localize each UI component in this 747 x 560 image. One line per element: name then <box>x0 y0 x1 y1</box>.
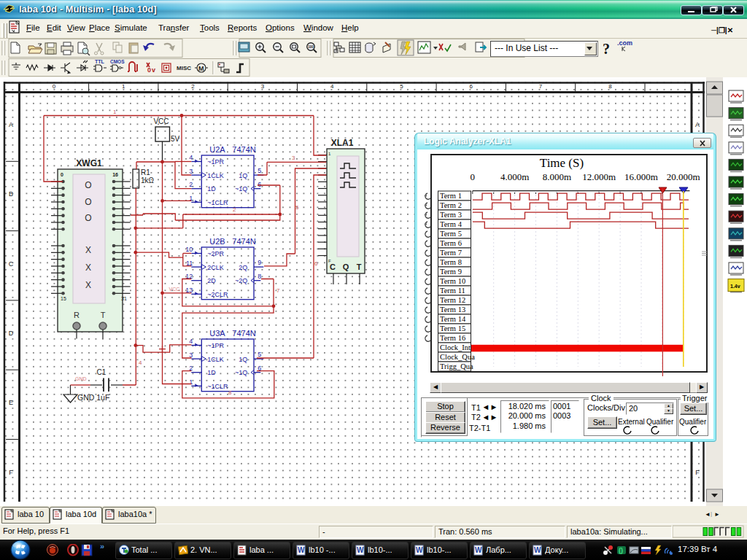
svg-text:W: W <box>357 546 364 554</box>
svg-text:Term 3: Term 3 <box>440 211 462 219</box>
svg-text:2D: 2D <box>207 277 216 284</box>
svg-text:E: E <box>9 399 13 406</box>
svg-text:1CLK: 1CLK <box>207 356 224 363</box>
svg-text:GND 1uF: GND 1uF <box>77 393 109 402</box>
svg-text:U3A: U3A <box>209 329 225 338</box>
svg-text:U2B: U2B <box>209 237 225 246</box>
svg-text:Term 1: Term 1 <box>440 192 462 200</box>
svg-text:6: 6 <box>258 181 261 188</box>
svg-text:R: R <box>74 311 80 319</box>
svg-text:12.000m: 12.000m <box>582 171 616 182</box>
svg-text:F: F <box>695 469 700 476</box>
svg-text:W: W <box>534 546 541 554</box>
svg-text:7474N: 7474N <box>232 329 255 338</box>
svg-text:~1Q: ~1Q <box>235 369 247 376</box>
svg-text:Term 2: Term 2 <box>440 201 462 209</box>
svg-text:0: 0 <box>471 171 476 182</box>
svg-text:5: 5 <box>400 83 403 90</box>
svg-text:U2A: U2A <box>209 145 225 154</box>
svg-text:Term 4: Term 4 <box>440 220 462 228</box>
svg-text:4: 4 <box>139 359 142 366</box>
svg-text:8.000m: 8.000m <box>543 171 571 182</box>
svg-text:9: 9 <box>258 259 261 266</box>
svg-text:4: 4 <box>330 83 334 90</box>
svg-text:O: O <box>85 180 91 190</box>
svg-text:W: W <box>298 546 305 554</box>
svg-text:~1CLR: ~1CLR <box>207 199 228 206</box>
svg-text:~1Q: ~1Q <box>235 185 247 192</box>
svg-text:B: B <box>9 190 13 198</box>
svg-text:8: 8 <box>228 389 232 396</box>
svg-text:XLA1: XLA1 <box>331 138 354 148</box>
svg-text:Time (S): Time (S) <box>540 156 584 170</box>
svg-text:7474N: 7474N <box>232 145 255 154</box>
svg-text:16.000m: 16.000m <box>624 171 658 182</box>
svg-text:~1CLR: ~1CLR <box>207 383 228 390</box>
svg-text:Term 11: Term 11 <box>440 287 465 295</box>
svg-text:3: 3 <box>261 83 265 90</box>
svg-text:A: A <box>695 121 700 128</box>
svg-text:7: 7 <box>276 287 280 294</box>
svg-text:R1: R1 <box>141 168 150 176</box>
svg-text:1: 1 <box>113 109 117 115</box>
svg-text:C: C <box>330 262 336 271</box>
svg-text:1kΩ: 1kΩ <box>141 176 155 184</box>
svg-text:7: 7 <box>539 83 543 90</box>
svg-text:Term 8: Term 8 <box>440 258 462 266</box>
svg-text:XWG1: XWG1 <box>76 158 102 168</box>
svg-text:2: 2 <box>189 181 193 188</box>
svg-text:Term 12: Term 12 <box>440 296 465 304</box>
svg-text:6: 6 <box>314 260 318 267</box>
svg-text:5: 5 <box>258 351 261 358</box>
svg-text:T: T <box>357 262 362 271</box>
svg-text:T: T <box>101 311 106 319</box>
svg-text:1: 1 <box>122 83 125 90</box>
svg-text:~2CLR: ~2CLR <box>207 291 228 298</box>
svg-text:X: X <box>85 245 91 255</box>
svg-text:20.000m: 20.000m <box>667 171 700 182</box>
svg-text:Term 6: Term 6 <box>440 239 462 247</box>
svg-text:10: 10 <box>185 246 193 253</box>
svg-text:11: 11 <box>186 260 193 267</box>
svg-text:Term 16: Term 16 <box>440 334 465 342</box>
svg-text:1D: 1D <box>207 185 216 192</box>
svg-text:~2PR: ~2PR <box>207 250 224 257</box>
svg-text:C1: C1 <box>97 368 107 376</box>
svg-text:O: O <box>85 197 91 207</box>
svg-text:F: F <box>9 469 13 476</box>
svg-text:(): () <box>619 547 623 554</box>
svg-text:~2Q: ~2Q <box>235 277 247 284</box>
svg-text:O: O <box>85 213 91 223</box>
svg-text:3: 3 <box>189 168 193 175</box>
svg-text:Term 9: Term 9 <box>440 268 462 276</box>
svg-text:VCC: VCC <box>153 117 169 125</box>
svg-text:1CLK: 1CLK <box>207 172 224 179</box>
svg-text:Term 7: Term 7 <box>440 249 462 257</box>
svg-text:Clock_Int: Clock_Int <box>440 343 471 351</box>
svg-text:W: W <box>416 546 423 554</box>
svg-text:Q: Q <box>343 262 349 271</box>
svg-text:31: 31 <box>121 296 127 301</box>
svg-text:4: 4 <box>189 338 193 345</box>
svg-text:1: 1 <box>189 378 193 386</box>
svg-text:Trigg_Qua: Trigg_Qua <box>440 362 473 370</box>
svg-text:4: 4 <box>189 154 193 161</box>
svg-text:~1PR: ~1PR <box>207 342 224 349</box>
svg-text:15: 15 <box>61 296 66 301</box>
svg-text:C: C <box>9 260 14 268</box>
svg-text:0: 0 <box>53 83 56 90</box>
svg-text:2CLK: 2CLK <box>207 264 224 271</box>
svg-text:Term 15: Term 15 <box>440 324 465 332</box>
svg-text:0: 0 <box>61 172 63 177</box>
svg-text:7474N: 7474N <box>232 237 255 246</box>
svg-text:1Q: 1Q <box>239 172 247 179</box>
svg-text:3: 3 <box>292 155 295 161</box>
svg-text:Clock_Qua: Clock_Qua <box>440 353 475 361</box>
svg-text:D: D <box>9 330 14 337</box>
svg-text:W: W <box>475 546 482 554</box>
svg-text:Term 5: Term 5 <box>440 230 462 238</box>
svg-text:8: 8 <box>258 273 261 280</box>
svg-text:Term 10: Term 10 <box>440 277 465 285</box>
svg-text:5: 5 <box>258 167 261 174</box>
svg-text:Term 14: Term 14 <box>440 315 466 323</box>
